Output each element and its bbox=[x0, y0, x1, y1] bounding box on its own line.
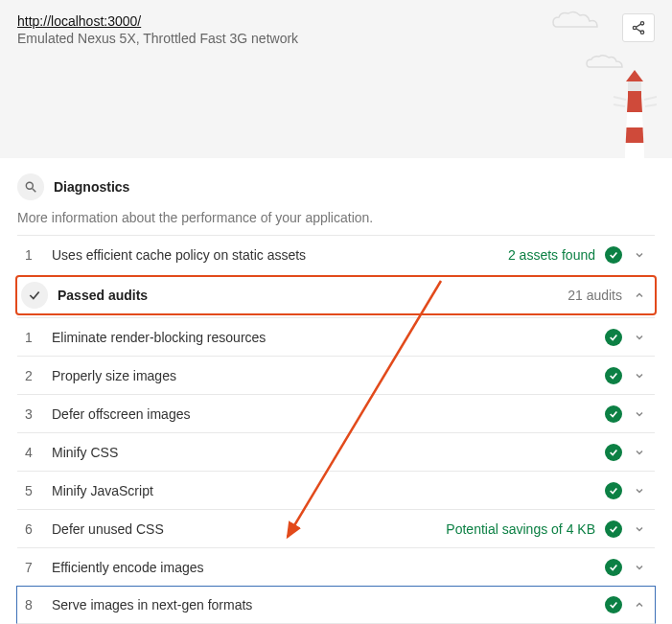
svg-line-3 bbox=[636, 24, 640, 27]
audit-row[interactable]: 5Minify JavaScript bbox=[17, 471, 655, 509]
audit-number: 6 bbox=[19, 521, 52, 537]
audit-number: 1 bbox=[19, 330, 52, 345]
svg-point-0 bbox=[640, 22, 643, 25]
svg-point-17 bbox=[26, 182, 33, 189]
lighthouse-icon bbox=[613, 53, 657, 158]
chevron-down-icon[interactable] bbox=[632, 332, 647, 343]
audit-row[interactable]: 3Defer offscreen images bbox=[17, 394, 655, 432]
audit-number: 5 bbox=[19, 483, 52, 498]
svg-line-4 bbox=[636, 29, 640, 32]
svg-line-8 bbox=[645, 104, 657, 106]
pass-icon bbox=[605, 559, 622, 576]
audit-title: Eliminate render-blocking resources bbox=[52, 330, 605, 345]
audit-title: Minify JavaScript bbox=[52, 483, 605, 498]
diagnostics-header: Diagnostics bbox=[17, 158, 655, 206]
report-subtitle: Emulated Nexus 5X, Throttled Fast 3G net… bbox=[17, 31, 655, 46]
magnifier-icon bbox=[17, 173, 44, 200]
svg-line-6 bbox=[614, 104, 625, 106]
chevron-up-icon[interactable] bbox=[632, 289, 647, 301]
chevron-down-icon[interactable] bbox=[632, 447, 647, 458]
audit-row[interactable]: 7Efficiently encode images bbox=[17, 547, 655, 586]
audit-number: 1 bbox=[19, 247, 52, 263]
audit-title: Defer unused CSS bbox=[52, 521, 446, 537]
pass-icon bbox=[605, 329, 622, 346]
share-icon bbox=[631, 20, 646, 35]
svg-marker-13 bbox=[627, 97, 642, 112]
audit-title: Efficiently encode images bbox=[52, 560, 605, 575]
diagnostics-title: Diagnostics bbox=[54, 179, 129, 195]
audit-title: Uses efficient cache policy on static as… bbox=[52, 247, 508, 263]
report-content: Diagnostics More information about the p… bbox=[0, 158, 672, 624]
audit-title: Properly size images bbox=[52, 368, 605, 383]
chevron-down-icon[interactable] bbox=[632, 370, 647, 381]
audit-title: Defer offscreen images bbox=[52, 406, 605, 422]
audit-number: 3 bbox=[19, 406, 52, 422]
chevron-down-icon[interactable] bbox=[632, 562, 647, 573]
svg-marker-16 bbox=[625, 143, 644, 158]
svg-marker-9 bbox=[626, 70, 643, 81]
audit-meta: Potential savings of 4 KB bbox=[446, 521, 595, 537]
pass-icon bbox=[605, 367, 622, 384]
passed-audits-title: Passed audits bbox=[58, 288, 568, 303]
share-button[interactable] bbox=[622, 13, 655, 42]
chevron-down-icon[interactable] bbox=[632, 408, 647, 420]
report-header: http://localhost:3000/ Emulated Nexus 5X… bbox=[0, 0, 672, 158]
svg-marker-14 bbox=[627, 112, 643, 127]
svg-line-7 bbox=[644, 97, 657, 100]
svg-rect-10 bbox=[628, 81, 641, 91]
svg-point-1 bbox=[633, 26, 636, 29]
chevron-down-icon[interactable] bbox=[632, 523, 647, 535]
audit-row[interactable]: 2Properly size images bbox=[17, 356, 655, 394]
svg-point-2 bbox=[640, 31, 643, 34]
chevron-up-icon[interactable] bbox=[632, 599, 647, 611]
audit-title: Serve images in next-gen formats bbox=[52, 597, 605, 612]
audit-number: 2 bbox=[19, 368, 52, 383]
pass-icon bbox=[605, 596, 622, 613]
pass-icon bbox=[605, 405, 622, 423]
audit-number: 4 bbox=[19, 445, 52, 460]
audit-row[interactable]: 1 Uses efficient cache policy on static … bbox=[17, 235, 655, 273]
svg-line-5 bbox=[614, 97, 626, 100]
audit-row[interactable]: 4Minify CSS bbox=[17, 432, 655, 471]
svg-marker-15 bbox=[626, 127, 644, 143]
audit-number: 7 bbox=[19, 560, 52, 575]
passed-audits-count: 21 audits bbox=[568, 288, 622, 303]
audit-number: 8 bbox=[19, 597, 52, 612]
pass-icon bbox=[605, 520, 622, 538]
pass-icon bbox=[605, 482, 622, 499]
chevron-down-icon[interactable] bbox=[632, 249, 647, 261]
passed-audits-list: 1Eliminate render-blocking resources2Pro… bbox=[17, 317, 655, 624]
svg-rect-11 bbox=[628, 91, 641, 97]
cloud-icon bbox=[547, 10, 605, 33]
diagnostics-description: More information about the performance o… bbox=[17, 210, 655, 225]
check-icon bbox=[21, 282, 48, 309]
audit-row[interactable]: 6Defer unused CSSPotential savings of 4 … bbox=[17, 509, 655, 547]
pass-icon bbox=[605, 444, 622, 461]
passed-audits-header[interactable]: Passed audits 21 audits bbox=[15, 275, 657, 315]
audit-title: Minify CSS bbox=[52, 445, 605, 460]
audit-row[interactable]: 1Eliminate render-blocking resources bbox=[17, 317, 655, 356]
chevron-down-icon[interactable] bbox=[632, 485, 647, 497]
audit-meta: 2 assets found bbox=[508, 247, 595, 263]
svg-line-18 bbox=[33, 189, 36, 193]
pass-icon bbox=[605, 246, 622, 264]
audit-row[interactable]: 8Serve images in next-gen formats bbox=[16, 586, 656, 624]
